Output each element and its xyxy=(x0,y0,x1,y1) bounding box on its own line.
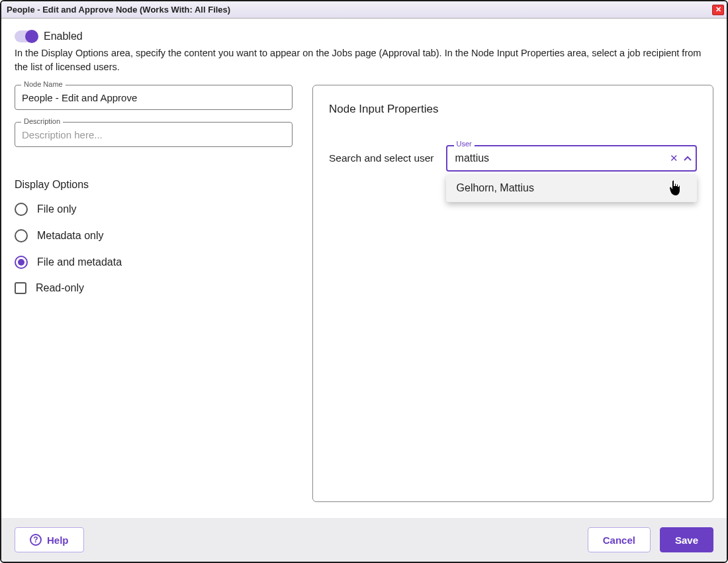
description-label: Description xyxy=(21,117,63,125)
radio-file-and-metadata[interactable]: File and metadata xyxy=(15,256,293,269)
checkbox-label: Read-only xyxy=(36,282,84,294)
enabled-label: Enabled xyxy=(44,30,83,42)
intro-text: In the Display Options area, specify the… xyxy=(15,46,713,74)
radio-metadata-only[interactable]: Metadata only xyxy=(15,229,293,242)
columns: Node Name Description Display Options Fi… xyxy=(15,85,713,518)
save-label: Save xyxy=(675,535,698,546)
user-dropdown: Gelhorn, Mattius xyxy=(446,174,697,202)
radio-icon xyxy=(15,256,28,269)
node-input-properties-panel: Node Input Properties Search and select … xyxy=(312,85,713,502)
cancel-label: Cancel xyxy=(603,535,635,546)
search-select-label: Search and select user xyxy=(329,152,434,164)
enabled-toggle-row[interactable]: Enabled xyxy=(15,30,713,42)
user-search-input[interactable] xyxy=(446,145,697,172)
right-column: Node Input Properties Search and select … xyxy=(312,85,713,518)
toggle-knob xyxy=(25,30,38,43)
description-field-wrap: Description xyxy=(15,122,293,147)
dialog-window: People - Edit and Approve Node (Works Wi… xyxy=(0,0,728,563)
radio-icon xyxy=(15,229,28,242)
footer: ? Help Cancel Save xyxy=(1,518,727,562)
save-button[interactable]: Save xyxy=(660,527,713,552)
display-options-title: Display Options xyxy=(15,179,293,191)
checkbox-icon xyxy=(15,282,26,294)
checkbox-read-only[interactable]: Read-only xyxy=(15,282,293,294)
clear-icon[interactable]: ✕ xyxy=(670,152,678,164)
radio-file-only[interactable]: File only xyxy=(15,203,293,216)
cancel-button[interactable]: Cancel xyxy=(588,527,651,552)
combo-controls: ✕ xyxy=(670,145,692,172)
node-name-label: Node Name xyxy=(21,80,66,88)
help-button[interactable]: ? Help xyxy=(15,527,84,552)
help-label: Help xyxy=(47,535,69,546)
help-icon: ? xyxy=(30,534,42,546)
footer-right: Cancel Save xyxy=(588,527,713,552)
title-bar: People - Edit and Approve Node (Works Wi… xyxy=(1,1,727,19)
close-button[interactable]: ✕ xyxy=(712,5,724,15)
description-input[interactable] xyxy=(15,122,293,147)
enabled-toggle[interactable] xyxy=(15,30,37,42)
radio-label: Metadata only xyxy=(37,230,104,242)
radio-label: File only xyxy=(37,203,77,215)
left-column: Node Name Description Display Options Fi… xyxy=(15,85,293,518)
radio-label: File and metadata xyxy=(37,256,122,268)
close-icon: ✕ xyxy=(715,5,721,14)
user-combobox: User ✕ Gelhorn, Mattius xyxy=(446,145,697,172)
user-field-label: User xyxy=(454,140,475,148)
user-search-row: Search and select user User ✕ xyxy=(329,145,697,172)
panel-title: Node Input Properties xyxy=(329,103,697,116)
node-name-field-wrap: Node Name xyxy=(15,85,293,110)
content-area: Enabled In the Display Options area, spe… xyxy=(1,19,727,518)
node-name-input[interactable] xyxy=(15,85,293,110)
radio-icon xyxy=(15,203,28,216)
chevron-up-icon[interactable] xyxy=(684,156,692,161)
dropdown-item[interactable]: Gelhorn, Mattius xyxy=(446,174,697,202)
window-title: People - Edit and Approve Node (Works Wi… xyxy=(7,5,230,15)
